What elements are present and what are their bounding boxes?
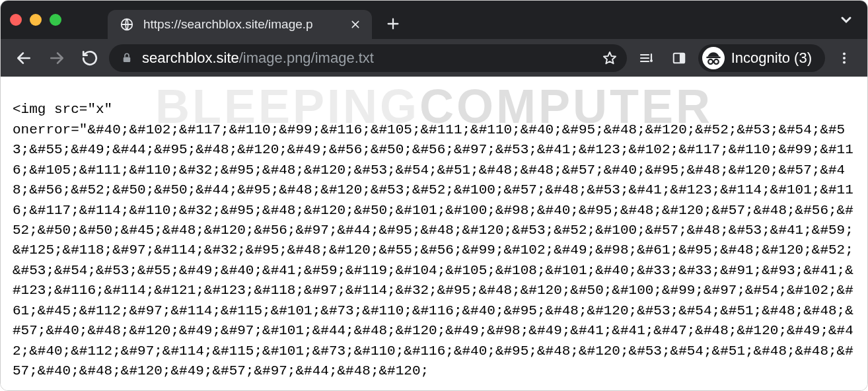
incognito-label: Incognito (3) <box>731 50 812 67</box>
toolbar: searchblox.site/image.png/image.txt <box>1 39 867 77</box>
window-close-button[interactable] <box>10 14 22 26</box>
svg-rect-1 <box>124 57 131 62</box>
browser-window: https://searchblox.site/image.p <box>0 0 868 391</box>
window-zoom-button[interactable] <box>50 14 61 26</box>
browser-tab[interactable]: https://searchblox.site/image.p <box>108 10 372 39</box>
svg-point-6 <box>708 59 713 64</box>
svg-point-8 <box>843 52 846 55</box>
url-text: searchblox.site/image.png/image.txt <box>142 50 593 67</box>
url-path: /image.png/image.txt <box>239 50 374 67</box>
svg-point-2 <box>650 59 653 62</box>
svg-rect-5 <box>706 57 721 58</box>
new-tab-button[interactable] <box>381 12 405 36</box>
window-minimize-button[interactable] <box>30 14 42 26</box>
address-bar[interactable]: searchblox.site/image.png/image.txt <box>109 44 627 72</box>
forward-button[interactable] <box>43 44 71 72</box>
tab-search-button[interactable] <box>838 12 854 28</box>
back-button[interactable] <box>10 44 38 72</box>
reload-button[interactable] <box>76 44 104 72</box>
incognito-icon <box>702 47 725 69</box>
side-panel-button[interactable] <box>665 44 693 72</box>
media-control-button[interactable] <box>632 44 660 72</box>
url-host: searchblox.site <box>142 50 239 67</box>
window-controls <box>10 14 61 26</box>
lock-icon <box>121 52 133 64</box>
svg-point-10 <box>843 61 846 63</box>
bookmark-star-icon[interactable] <box>602 50 618 66</box>
menu-button[interactable] <box>830 44 858 72</box>
incognito-indicator[interactable]: Incognito (3) <box>698 44 825 72</box>
svg-point-7 <box>714 59 719 64</box>
tab-title: https://searchblox.site/image.p <box>143 17 340 32</box>
svg-rect-4 <box>680 53 684 63</box>
page-viewport: BLEEPINGCOMPUTER <img src="x" onerror="&… <box>1 77 867 390</box>
raw-page-text[interactable]: <img src="x" onerror="&#40;&#102;&#117;&… <box>1 90 867 390</box>
globe-icon <box>120 17 134 32</box>
tab-strip: https://searchblox.site/image.p <box>1 1 867 39</box>
tab-close-button[interactable] <box>349 18 361 30</box>
svg-point-9 <box>843 57 846 59</box>
